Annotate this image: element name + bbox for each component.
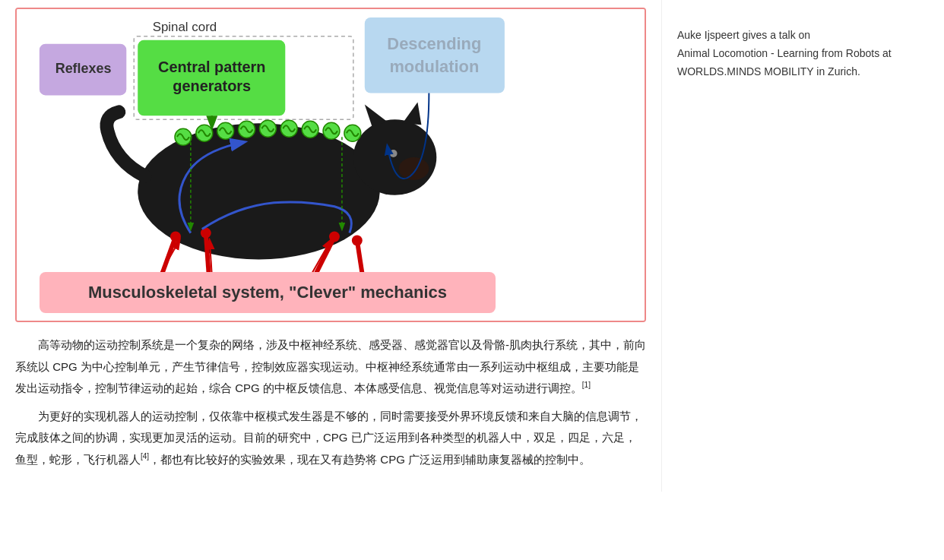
svg-rect-4: [138, 40, 285, 116]
svg-point-33: [201, 228, 211, 239]
paragraph-2: 为更好的实现机器人的运动控制，仅依靠中枢模式发生器是不够的，同时需要接受外界环境…: [15, 406, 646, 471]
diagram-inner: Spinal cord Reflexes Central pattern gen…: [17, 9, 645, 321]
svg-rect-2: [40, 44, 126, 96]
p1-ref: [1]: [582, 381, 591, 389]
svg-point-42: [302, 121, 318, 138]
svg-point-44: [344, 125, 361, 141]
svg-point-36: [175, 128, 192, 145]
svg-rect-1: [134, 36, 353, 119]
p2-ref: [4]: [141, 452, 149, 460]
svg-point-28: [170, 232, 181, 242]
svg-point-14: [399, 157, 429, 180]
text-section: 高等动物的运动控制系统是一个复杂的网络，涉及中枢神经系统、感受器、感觉器官以及骨…: [15, 334, 646, 470]
svg-rect-7: [365, 17, 505, 93]
svg-point-23: [352, 236, 363, 246]
svg-point-39: [239, 121, 255, 138]
cpg-oscillators: [175, 120, 361, 145]
svg-text:Reflexes: Reflexes: [55, 61, 112, 76]
spinal-cord-text: Spinal cord: [153, 20, 217, 34]
svg-point-11: [353, 119, 436, 195]
paragraph-1: 高等动物的运动控制系统是一个复杂的网络，涉及中枢神经系统、感受器、感觉器官以及骨…: [15, 334, 646, 400]
svg-point-10: [138, 123, 379, 259]
svg-point-43: [323, 122, 340, 139]
sidebar-line1: Auke Ijspeert gives a talk on: [677, 27, 929, 45]
svg-text:generators: generators: [173, 78, 251, 94]
sidebar: Auke Ijspeert gives a talk on Animal Loc…: [661, 0, 944, 492]
svg-point-15: [390, 150, 398, 157]
sidebar-line2: Animal Locomotion - Learning from Robots…: [677, 45, 929, 63]
sidebar-text: Auke Ijspeert gives a talk on Animal Loc…: [677, 27, 929, 81]
p1-text: 高等动物的运动控制系统是一个复杂的网络，涉及中枢神经系统、感受器、感觉器官以及骨…: [15, 338, 646, 394]
svg-point-18: [329, 232, 340, 242]
svg-text:Descending: Descending: [387, 34, 481, 53]
svg-marker-12: [365, 104, 388, 127]
svg-point-37: [196, 125, 213, 141]
sidebar-line3: WORLDS.MINDS MOBILITY in Zurich.: [677, 63, 929, 81]
svg-point-40: [259, 120, 276, 137]
svg-point-38: [217, 122, 234, 139]
main-content: Spinal cord Reflexes Central pattern gen…: [0, 0, 661, 492]
svg-point-41: [280, 120, 297, 137]
diagram-container: Spinal cord Reflexes Central pattern gen…: [15, 8, 646, 322]
musculo-box: Musculoskeletal system, "Clever" mechani…: [40, 272, 496, 313]
svg-text:modulation: modulation: [389, 57, 479, 76]
musculo-label: Musculoskeletal system, "Clever" mechani…: [88, 283, 447, 302]
svg-marker-13: [403, 102, 422, 125]
svg-text:Central pattern: Central pattern: [158, 59, 265, 75]
p2-end: ，都也有比较好的实验效果，现在又有趋势将 CPG 广泛运用到辅助康复器械的控制中…: [149, 453, 591, 466]
page-layout: Spinal cord Reflexes Central pattern gen…: [0, 0, 944, 492]
